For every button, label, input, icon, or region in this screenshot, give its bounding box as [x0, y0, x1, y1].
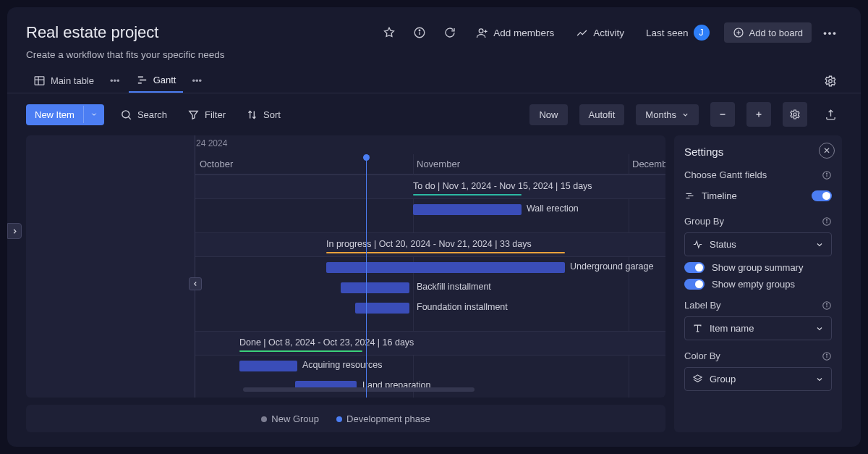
- now-label: Now: [539, 109, 558, 120]
- filter-label: Filter: [205, 109, 226, 120]
- gantt-bar[interactable]: [239, 361, 297, 371]
- info-icon[interactable]: [822, 170, 832, 180]
- gantt-settings-icon[interactable]: [783, 102, 807, 127]
- page-title: Real estate project: [26, 23, 158, 42]
- activity-button[interactable]: Activity: [569, 22, 631, 43]
- tab-gantt-more-icon[interactable]: •••: [187, 75, 206, 86]
- show-empty-groups-label: Show empty groups: [712, 279, 795, 290]
- zoom-months-label: Months: [645, 109, 676, 120]
- filter-button[interactable]: Filter: [183, 104, 230, 125]
- search-button[interactable]: Search: [116, 104, 171, 125]
- svg-point-2: [419, 30, 420, 31]
- subtitle: Create a workflow that fits your specifi…: [7, 45, 861, 60]
- color-by-label: Color By: [684, 350, 720, 361]
- add-to-board-button[interactable]: Add to board: [724, 22, 812, 43]
- svg-marker-48: [694, 375, 702, 379]
- color-by-value: Group: [710, 374, 736, 384]
- choose-fields-label: Choose Gantt fields: [684, 169, 767, 180]
- svg-point-16: [122, 110, 129, 117]
- sort-label: Sort: [263, 109, 281, 120]
- tab-gantt-label: Gantt: [153, 75, 176, 85]
- text-icon: [692, 323, 703, 334]
- add-to-board-label: Add to board: [749, 28, 803, 38]
- chevron-down-icon: [815, 324, 824, 333]
- gantt-bar-label: Underground garage: [570, 261, 653, 272]
- add-members-button[interactable]: Add members: [469, 22, 561, 43]
- horizontal-scrollbar[interactable]: [243, 387, 475, 392]
- new-item-button[interactable]: New Item: [26, 104, 104, 125]
- export-icon[interactable]: [819, 103, 842, 126]
- search-label: Search: [137, 109, 167, 120]
- more-icon[interactable]: •••: [819, 21, 842, 44]
- gantt-bar[interactable]: [355, 303, 409, 314]
- today-marker: [363, 154, 370, 161]
- legend-new-group: New Group: [271, 413, 319, 424]
- sort-button[interactable]: Sort: [242, 104, 285, 125]
- group-summary: To do | Nov 1, 2024 - Nov 15, 2024 | 15 …: [413, 181, 522, 194]
- gantt-bar-label: Wall erection: [527, 203, 579, 214]
- settings-panel: Settings ✕ Choose Gantt fields Timeline …: [674, 135, 842, 432]
- label-by-value: Item name: [710, 323, 754, 334]
- chevron-down-icon: [815, 375, 824, 384]
- group-summary: Done | Oct 8, 2024 - Oct 23, 2024 | 16 d…: [239, 337, 362, 350]
- close-icon[interactable]: ✕: [819, 143, 835, 159]
- svg-line-17: [128, 117, 131, 119]
- chevron-down-icon: [815, 240, 824, 249]
- timeline-label: Timeline: [702, 190, 737, 201]
- view-settings-icon[interactable]: [819, 70, 842, 93]
- tab-gantt[interactable]: Gantt: [129, 69, 184, 93]
- tab-main-table-more-icon[interactable]: •••: [106, 75, 124, 86]
- legend-dev-phase: Development phase: [346, 413, 430, 424]
- info-icon[interactable]: [822, 217, 832, 227]
- timeline-toggle[interactable]: [812, 190, 832, 201]
- label-by-select[interactable]: Item name: [684, 316, 832, 340]
- svg-point-15: [829, 79, 833, 83]
- month-november: November: [417, 159, 460, 169]
- info-icon[interactable]: [822, 351, 832, 361]
- group-by-select[interactable]: Status: [684, 232, 832, 256]
- show-empty-groups-toggle[interactable]: [684, 279, 705, 290]
- legend: New Group Development phase: [26, 405, 665, 432]
- group-by-value: Status: [710, 239, 736, 250]
- chevron-down-icon[interactable]: [83, 106, 104, 123]
- pulse-icon: [692, 239, 703, 250]
- show-group-summary-toggle[interactable]: [684, 262, 705, 273]
- collapse-left-icon[interactable]: [189, 277, 202, 290]
- gantt-bar-label: Foundation installment: [417, 302, 508, 312]
- svg-point-33: [826, 173, 827, 174]
- svg-point-21: [793, 113, 796, 116]
- tab-main-table-label: Main table: [51, 75, 94, 86]
- gantt-bar[interactable]: [326, 262, 565, 273]
- gantt-bar-label: Acquiring resources: [302, 360, 382, 370]
- layers-icon: [692, 374, 703, 384]
- autofit-button[interactable]: Autofit: [579, 104, 625, 125]
- color-by-select[interactable]: Group: [684, 367, 832, 391]
- refresh-icon[interactable]: [438, 21, 461, 44]
- info-icon[interactable]: [408, 21, 431, 44]
- last-seen-button[interactable]: Last seen J: [639, 20, 717, 45]
- avatar: J: [694, 25, 710, 41]
- expand-sidebar-icon[interactable]: [7, 223, 22, 239]
- autofit-label: Autofit: [589, 109, 616, 120]
- gantt-chart[interactable]: 24 2024 October November December T: [26, 135, 665, 398]
- month-december: December: [632, 159, 665, 169]
- gantt-bar[interactable]: [341, 282, 409, 293]
- show-group-summary-label: Show group summary: [712, 262, 803, 273]
- svg-point-42: [826, 303, 827, 304]
- gantt-bar[interactable]: [413, 204, 522, 215]
- activity-label: Activity: [593, 28, 624, 38]
- svg-point-47: [826, 354, 827, 355]
- svg-point-3: [479, 28, 483, 33]
- zoom-out-button[interactable]: [710, 102, 735, 127]
- label-by-label: Label By: [684, 300, 721, 311]
- svg-rect-9: [35, 77, 44, 85]
- star-icon[interactable]: [378, 21, 401, 44]
- add-members-label: Add members: [493, 28, 554, 38]
- tab-main-table[interactable]: Main table: [26, 70, 101, 92]
- new-item-label: New Item: [26, 104, 83, 125]
- zoom-months-select[interactable]: Months: [636, 104, 699, 125]
- zoom-in-button[interactable]: [746, 102, 771, 127]
- now-button[interactable]: Now: [529, 104, 567, 125]
- info-icon[interactable]: [822, 300, 832, 311]
- gantt-bar-label: Backfill installment: [417, 282, 491, 292]
